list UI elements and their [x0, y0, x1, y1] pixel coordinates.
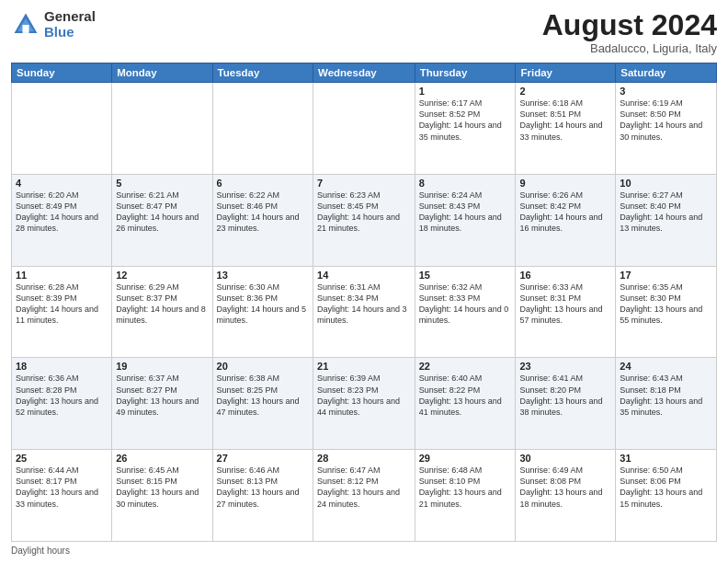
calendar-cell: 2Sunrise: 6:18 AM Sunset: 8:51 PM Daylig… — [516, 83, 616, 175]
day-number: 6 — [217, 178, 309, 189]
day-info: Sunrise: 6:40 AM Sunset: 8:22 PM Dayligh… — [419, 373, 512, 418]
day-info: Sunrise: 6:21 AM Sunset: 8:47 PM Dayligh… — [116, 190, 208, 235]
calendar-cell: 18Sunrise: 6:36 AM Sunset: 8:28 PM Dayli… — [12, 358, 112, 450]
day-info: Sunrise: 6:22 AM Sunset: 8:46 PM Dayligh… — [217, 190, 309, 235]
calendar-cell: 1Sunrise: 6:17 AM Sunset: 8:52 PM Daylig… — [415, 83, 516, 175]
day-info: Sunrise: 6:46 AM Sunset: 8:13 PM Dayligh… — [217, 465, 309, 510]
day-number: 7 — [317, 178, 411, 189]
calendar-cell: 22Sunrise: 6:40 AM Sunset: 8:22 PM Dayli… — [415, 358, 516, 450]
day-number: 10 — [620, 178, 712, 189]
day-info: Sunrise: 6:29 AM Sunset: 8:37 PM Dayligh… — [116, 282, 208, 327]
calendar-cell: 8Sunrise: 6:24 AM Sunset: 8:43 PM Daylig… — [415, 174, 516, 266]
location-subtitle: Badalucco, Liguria, Italy — [542, 41, 717, 55]
calendar-cell: 7Sunrise: 6:23 AM Sunset: 8:45 PM Daylig… — [313, 174, 415, 266]
day-info: Sunrise: 6:43 AM Sunset: 8:18 PM Dayligh… — [620, 373, 712, 418]
day-info: Sunrise: 6:47 AM Sunset: 8:12 PM Dayligh… — [317, 465, 411, 510]
day-number: 25 — [16, 453, 108, 464]
day-info: Sunrise: 6:35 AM Sunset: 8:30 PM Dayligh… — [620, 282, 712, 327]
day-number: 2 — [519, 86, 611, 97]
day-number: 18 — [16, 361, 108, 372]
column-header-monday: Monday — [112, 63, 212, 83]
column-header-wednesday: Wednesday — [313, 63, 415, 83]
calendar-week-5: 25Sunrise: 6:44 AM Sunset: 8:17 PM Dayli… — [12, 450, 717, 542]
calendar-cell — [12, 83, 112, 175]
day-info: Sunrise: 6:28 AM Sunset: 8:39 PM Dayligh… — [16, 282, 108, 327]
day-number: 15 — [419, 270, 512, 281]
day-number: 13 — [217, 270, 309, 281]
calendar-week-2: 4Sunrise: 6:20 AM Sunset: 8:49 PM Daylig… — [12, 174, 717, 266]
calendar-cell: 19Sunrise: 6:37 AM Sunset: 8:27 PM Dayli… — [112, 358, 212, 450]
logo-general-text: General — [44, 9, 96, 25]
calendar-cell: 13Sunrise: 6:30 AM Sunset: 8:36 PM Dayli… — [212, 266, 313, 358]
day-number: 27 — [217, 453, 309, 464]
calendar-week-4: 18Sunrise: 6:36 AM Sunset: 8:28 PM Dayli… — [12, 358, 717, 450]
calendar-cell — [212, 83, 313, 175]
calendar-cell: 20Sunrise: 6:38 AM Sunset: 8:25 PM Dayli… — [212, 358, 313, 450]
calendar-cell: 14Sunrise: 6:31 AM Sunset: 8:34 PM Dayli… — [313, 266, 415, 358]
day-number: 22 — [419, 361, 512, 372]
calendar-cell: 10Sunrise: 6:27 AM Sunset: 8:40 PM Dayli… — [616, 174, 717, 266]
calendar-table: SundayMondayTuesdayWednesdayThursdayFrid… — [11, 63, 717, 542]
header: General Blue August 2024 Badalucco, Ligu… — [11, 9, 717, 55]
day-number: 9 — [519, 178, 611, 189]
day-number: 16 — [519, 270, 611, 281]
day-info: Sunrise: 6:18 AM Sunset: 8:51 PM Dayligh… — [519, 98, 611, 143]
day-number: 29 — [419, 453, 512, 464]
day-info: Sunrise: 6:50 AM Sunset: 8:06 PM Dayligh… — [620, 465, 712, 510]
day-info: Sunrise: 6:49 AM Sunset: 8:08 PM Dayligh… — [519, 465, 611, 510]
day-number: 19 — [116, 361, 208, 372]
day-info: Sunrise: 6:36 AM Sunset: 8:28 PM Dayligh… — [16, 373, 108, 418]
day-info: Sunrise: 6:37 AM Sunset: 8:27 PM Dayligh… — [116, 373, 208, 418]
calendar-cell — [112, 83, 212, 175]
calendar-cell: 9Sunrise: 6:26 AM Sunset: 8:42 PM Daylig… — [516, 174, 616, 266]
day-info: Sunrise: 6:48 AM Sunset: 8:10 PM Dayligh… — [419, 465, 512, 510]
day-number: 8 — [419, 178, 512, 189]
day-info: Sunrise: 6:33 AM Sunset: 8:31 PM Dayligh… — [519, 282, 611, 327]
calendar-cell: 31Sunrise: 6:50 AM Sunset: 8:06 PM Dayli… — [616, 450, 717, 542]
column-header-saturday: Saturday — [616, 63, 717, 83]
day-info: Sunrise: 6:38 AM Sunset: 8:25 PM Dayligh… — [217, 373, 309, 418]
calendar-cell: 23Sunrise: 6:41 AM Sunset: 8:20 PM Dayli… — [516, 358, 616, 450]
title-block: August 2024 Badalucco, Liguria, Italy — [542, 9, 717, 55]
day-info: Sunrise: 6:31 AM Sunset: 8:34 PM Dayligh… — [317, 282, 411, 327]
calendar-cell: 6Sunrise: 6:22 AM Sunset: 8:46 PM Daylig… — [212, 174, 313, 266]
calendar-cell: 24Sunrise: 6:43 AM Sunset: 8:18 PM Dayli… — [616, 358, 717, 450]
svg-rect-2 — [22, 25, 28, 33]
column-header-tuesday: Tuesday — [212, 63, 313, 83]
day-info: Sunrise: 6:19 AM Sunset: 8:50 PM Dayligh… — [620, 98, 712, 143]
day-number: 23 — [519, 361, 611, 372]
day-info: Sunrise: 6:23 AM Sunset: 8:45 PM Dayligh… — [317, 190, 411, 235]
day-number: 3 — [620, 86, 712, 97]
calendar-cell: 15Sunrise: 6:32 AM Sunset: 8:33 PM Dayli… — [415, 266, 516, 358]
logo-icon — [11, 10, 40, 40]
calendar-week-3: 11Sunrise: 6:28 AM Sunset: 8:39 PM Dayli… — [12, 266, 717, 358]
calendar-header-row: SundayMondayTuesdayWednesdayThursdayFrid… — [12, 63, 717, 83]
calendar-week-1: 1Sunrise: 6:17 AM Sunset: 8:52 PM Daylig… — [12, 83, 717, 175]
column-header-friday: Friday — [516, 63, 616, 83]
day-info: Sunrise: 6:24 AM Sunset: 8:43 PM Dayligh… — [419, 190, 512, 235]
calendar-cell: 17Sunrise: 6:35 AM Sunset: 8:30 PM Dayli… — [616, 266, 717, 358]
column-header-thursday: Thursday — [415, 63, 516, 83]
day-info: Sunrise: 6:20 AM Sunset: 8:49 PM Dayligh… — [16, 190, 108, 235]
logo-text: General Blue — [44, 9, 96, 40]
day-number: 31 — [620, 453, 712, 464]
calendar-cell: 29Sunrise: 6:48 AM Sunset: 8:10 PM Dayli… — [415, 450, 516, 542]
day-info: Sunrise: 6:39 AM Sunset: 8:23 PM Dayligh… — [317, 373, 411, 418]
day-info: Sunrise: 6:26 AM Sunset: 8:42 PM Dayligh… — [519, 190, 611, 235]
day-number: 26 — [116, 453, 208, 464]
day-number: 17 — [620, 270, 712, 281]
day-number: 28 — [317, 453, 411, 464]
day-number: 21 — [317, 361, 411, 372]
month-title: August 2024 — [542, 9, 717, 41]
calendar-cell: 21Sunrise: 6:39 AM Sunset: 8:23 PM Dayli… — [313, 358, 415, 450]
logo-blue-text: Blue — [44, 25, 96, 40]
day-number: 5 — [116, 178, 208, 189]
day-info: Sunrise: 6:45 AM Sunset: 8:15 PM Dayligh… — [116, 465, 208, 510]
day-info: Sunrise: 6:27 AM Sunset: 8:40 PM Dayligh… — [620, 190, 712, 235]
calendar-cell: 26Sunrise: 6:45 AM Sunset: 8:15 PM Dayli… — [112, 450, 212, 542]
calendar-cell: 12Sunrise: 6:29 AM Sunset: 8:37 PM Dayli… — [112, 266, 212, 358]
calendar-cell: 11Sunrise: 6:28 AM Sunset: 8:39 PM Dayli… — [12, 266, 112, 358]
calendar-cell: 3Sunrise: 6:19 AM Sunset: 8:50 PM Daylig… — [616, 83, 717, 175]
calendar-cell: 30Sunrise: 6:49 AM Sunset: 8:08 PM Dayli… — [516, 450, 616, 542]
column-header-sunday: Sunday — [12, 63, 112, 83]
